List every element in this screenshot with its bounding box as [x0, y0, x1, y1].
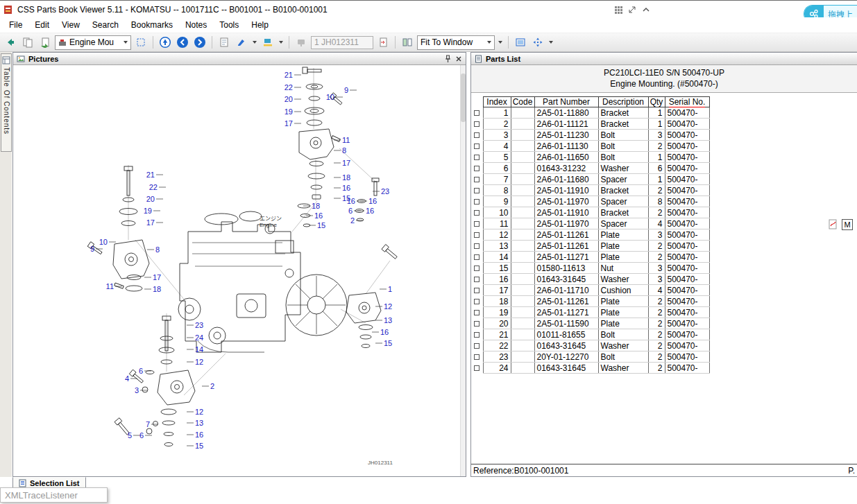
cell-code: [511, 218, 534, 229]
table-row[interactable]: 192A5-01-11271Plate2500470-: [473, 307, 709, 318]
table-row[interactable]: 132A5-01-11261Plate2500470-: [473, 241, 709, 252]
cell-part-number: 2A5-01-11970: [534, 218, 598, 229]
table-row[interactable]: 92A5-01-11970Spacer8500470-: [473, 196, 709, 207]
menu-item-notes[interactable]: Notes: [179, 18, 213, 32]
diagram-canvas[interactable]: エンジン Engine JH012311 2122201917109118171…: [13, 65, 466, 476]
pen-dropdown-icon[interactable]: [251, 35, 258, 50]
row-checkbox[interactable]: [474, 232, 480, 238]
table-row[interactable]: 42A6-01-11130Bolt2500470-: [473, 141, 709, 152]
table-row[interactable]: 12A5-01-11880Bracket1500470-: [473, 107, 709, 119]
table-row[interactable]: 2401643-31645Washer2500470-: [473, 363, 709, 374]
row-checkbox[interactable]: [474, 121, 480, 127]
menu-item-tools[interactable]: Tools: [213, 18, 245, 32]
pin-icon[interactable]: [444, 55, 452, 63]
row-checkbox[interactable]: [474, 266, 480, 271]
table-row[interactable]: 1501580-11613Nut3500470-: [473, 263, 709, 274]
table-row[interactable]: 1601643-31645Washer3500470-: [473, 274, 709, 285]
row-checkbox[interactable]: [474, 277, 480, 282]
row-checkbox[interactable]: [474, 188, 480, 193]
row-checkbox[interactable]: [474, 144, 480, 149]
select-region-icon[interactable]: [133, 35, 149, 50]
table-row[interactable]: 601643-31232Washer6500470-: [473, 163, 709, 174]
more-tools-dropdown-icon[interactable]: [548, 35, 554, 50]
table-row[interactable]: 52A6-01-11650Bolt1500470-: [473, 152, 709, 163]
callout-label: 15: [195, 442, 203, 450]
scrollbar-thumb[interactable]: [461, 73, 466, 122]
row-checkbox[interactable]: [474, 310, 480, 315]
callout-label: 18: [342, 173, 350, 182]
toolbar-separator: [289, 36, 289, 49]
table-row[interactable]: 22A6-01-11121Bracket1500470-: [473, 119, 709, 130]
table-row[interactable]: 2201643-31645Washer2500470-: [473, 340, 709, 351]
menu-item-edit[interactable]: Edit: [28, 18, 56, 32]
zoom-combobox[interactable]: Fit To Window: [417, 35, 495, 50]
table-of-contents-tab[interactable]: Table Of Contents: [1, 53, 12, 152]
table-row[interactable]: 2320Y-01-12270Bolt2500470-: [473, 351, 709, 363]
table-row[interactable]: 202A5-01-11590Plate2500470-: [473, 318, 709, 329]
page-number-field[interactable]: [311, 36, 373, 49]
callout-label: 8: [155, 245, 160, 254]
nav-up-icon[interactable]: [158, 35, 173, 50]
row-checkbox[interactable]: [474, 221, 480, 227]
row-checkbox[interactable]: [474, 243, 480, 249]
pen-icon[interactable]: [234, 35, 249, 50]
m-marker-icon[interactable]: M: [842, 219, 853, 230]
row-checkbox[interactable]: [474, 177, 480, 182]
row-checkbox[interactable]: [474, 299, 480, 304]
table-row[interactable]: 72A6-01-11680Spacer1500470-: [473, 174, 709, 185]
back-icon[interactable]: [3, 35, 18, 50]
nav-next-icon[interactable]: [192, 35, 207, 50]
expand-icon[interactable]: [628, 6, 636, 14]
grip-dots-icon[interactable]: [615, 6, 622, 14]
row-checkbox[interactable]: [474, 110, 480, 116]
row-checkbox[interactable]: [474, 199, 480, 205]
table-row[interactable]: 182A5-01-11261Plate2500470-: [473, 296, 709, 307]
cell-description: Bolt: [598, 130, 648, 141]
table-row[interactable]: 82A5-01-11910Bracket2500470-: [473, 185, 709, 196]
row-checkbox[interactable]: [474, 210, 480, 216]
row-checkbox[interactable]: [474, 332, 480, 338]
book-combobox[interactable]: Engine Mou: [55, 35, 131, 50]
table-row[interactable]: 112A5-01-11970Spacer4500470-: [473, 218, 709, 229]
table-row[interactable]: 172A6-01-11710Cushion4500470-: [473, 285, 709, 296]
pages-icon[interactable]: [20, 35, 35, 50]
row-checkbox[interactable]: [474, 132, 480, 138]
table-row[interactable]: 142A5-01-11271Plate2500470-: [473, 252, 709, 263]
fit-window-icon[interactable]: [513, 35, 528, 50]
checkbox-column-header: [473, 97, 483, 107]
row-checkbox[interactable]: [474, 365, 480, 371]
table-row[interactable]: 122A5-01-11261Plate3500470-: [473, 229, 709, 241]
note-edit-icon[interactable]: [829, 219, 838, 230]
close-icon[interactable]: [455, 55, 462, 62]
page-forward-icon[interactable]: [37, 35, 53, 50]
callout-label: 24: [195, 333, 203, 342]
row-checkbox[interactable]: [474, 354, 480, 360]
highlighter-icon[interactable]: [260, 35, 275, 50]
app-icon: [3, 5, 13, 15]
row-checkbox[interactable]: [474, 166, 480, 171]
goto-page-icon[interactable]: [375, 35, 391, 50]
engine-label-jp: エンジン: [260, 216, 282, 222]
pan-icon[interactable]: [530, 35, 545, 50]
menu-item-help[interactable]: Help: [245, 18, 275, 32]
notes-page-icon[interactable]: [217, 35, 232, 50]
row-checkbox[interactable]: [474, 254, 480, 260]
menu-item-view[interactable]: View: [56, 18, 86, 32]
collapse-chevron-icon[interactable]: [642, 7, 650, 12]
highlighter-dropdown-icon[interactable]: [278, 35, 285, 50]
menu-item-bookmarks[interactable]: Bookmarks: [125, 18, 179, 32]
row-checkbox[interactable]: [474, 288, 480, 293]
menu-item-file[interactable]: File: [3, 18, 28, 32]
table-row[interactable]: 32A5-01-11230Bolt3500470-: [473, 130, 709, 141]
nav-previous-icon[interactable]: [175, 35, 190, 50]
table-row[interactable]: 102A5-01-11910Bracket2500470-: [473, 207, 709, 218]
row-checkbox[interactable]: [474, 321, 480, 327]
vertical-scrollbar[interactable]: [460, 65, 466, 476]
two-page-view-icon[interactable]: [400, 35, 415, 50]
zoom-dropdown-icon[interactable]: [497, 35, 504, 50]
table-row[interactable]: 2101011-81655Bolt2500470-: [473, 329, 709, 340]
row-checkbox[interactable]: [474, 155, 480, 160]
row-checkbox[interactable]: [474, 343, 480, 349]
menu-item-search[interactable]: Search: [86, 18, 125, 32]
pointer-tool-icon[interactable]: [294, 35, 309, 50]
